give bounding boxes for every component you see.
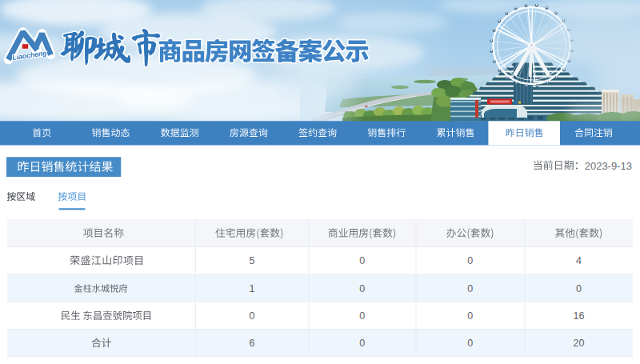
svg-text:0: 0 [467, 283, 473, 294]
svg-text:0: 0 [467, 255, 473, 266]
svg-text:0: 0 [359, 338, 365, 349]
svg-text:0: 0 [576, 283, 582, 294]
svg-text:6: 6 [250, 338, 255, 349]
svg-text:4: 4 [576, 255, 582, 266]
svg-text:2023-9-13: 2023-9-13 [585, 160, 632, 172]
svg-text:0: 0 [359, 310, 365, 322]
svg-text:0: 0 [467, 310, 473, 322]
svg-text:5: 5 [250, 255, 255, 266]
svg-text:0: 0 [359, 283, 365, 294]
svg-text:20: 20 [574, 338, 585, 349]
svg-text:0: 0 [359, 255, 365, 266]
svg-text:16: 16 [574, 310, 585, 322]
svg-text:0: 0 [467, 338, 473, 349]
svg-text:0: 0 [250, 310, 255, 322]
svg-text:1: 1 [250, 283, 255, 294]
